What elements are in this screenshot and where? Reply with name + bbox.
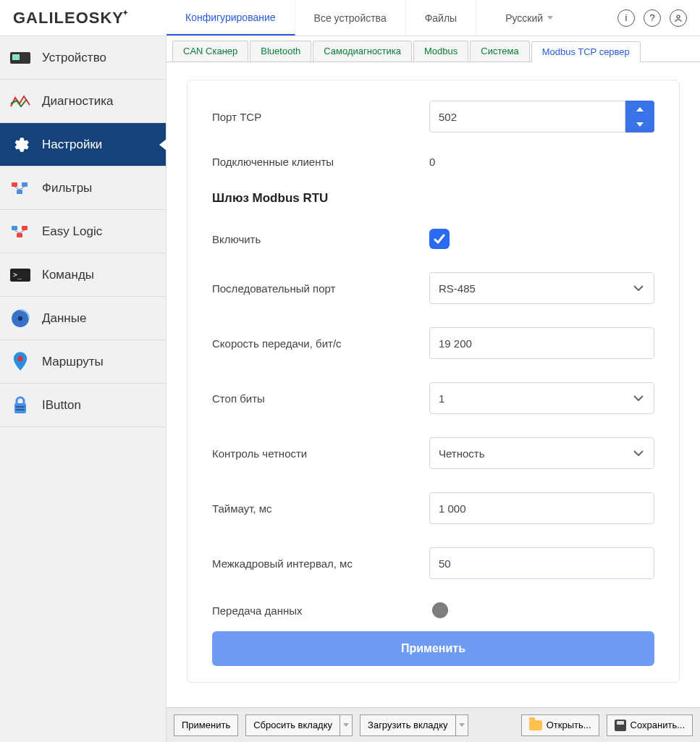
chevron-down-icon [547, 16, 553, 20]
svg-text:>_: >_ [13, 271, 22, 279]
svg-rect-2 [12, 54, 20, 60]
help-icon[interactable]: ? [644, 9, 661, 27]
language-selector[interactable]: Русский [505, 12, 553, 24]
timeout-label: Таймаут, мс [212, 502, 429, 515]
parity-label: Контроль четности [212, 447, 429, 460]
enable-checkbox[interactable] [429, 229, 450, 249]
baud-label: Скорость передачи, бит/с [212, 337, 429, 350]
sidebar-item-commands[interactable]: >_ Команды [0, 253, 166, 297]
sidebar-item-diagnostics[interactable]: Диагностика [0, 80, 166, 123]
interframe-label: Межкадровый интервал, мс [212, 557, 429, 570]
tab-files[interactable]: Файлы [406, 0, 476, 35]
sidebar-item-routes[interactable]: Маршруты [0, 340, 166, 384]
subtabs: CAN Сканер Bluetooth Самодиагностика Mod… [166, 36, 700, 62]
svg-rect-10 [17, 233, 22, 237]
subtab-system[interactable]: Система [470, 41, 529, 62]
open-button[interactable]: Открыть... [521, 714, 599, 736]
sidebar-item-ibutton[interactable]: IButton [0, 384, 166, 427]
tcp-port-input[interactable] [429, 101, 625, 132]
filters-icon [9, 178, 32, 198]
pin-icon [9, 352, 32, 372]
transmit-indicator [432, 602, 448, 618]
gateway-heading: Шлюз Modbus RTU [212, 191, 654, 206]
sidebar-item-easylogic[interactable]: Easy Logic [0, 210, 166, 253]
logo: GALILEOSKY✦ [0, 9, 166, 28]
subtab-bluetooth[interactable]: Bluetooth [250, 41, 311, 62]
svg-rect-3 [12, 182, 17, 187]
chevron-down-icon [459, 723, 465, 727]
svg-line-12 [20, 230, 25, 233]
svg-rect-9 [22, 226, 28, 230]
sidebar-item-filters[interactable]: Фильтры [0, 166, 166, 210]
svg-point-16 [18, 316, 23, 321]
folder-icon [529, 720, 542, 730]
chevron-down-icon [633, 450, 644, 456]
chevron-down-icon [633, 395, 644, 401]
subtab-selfdiag[interactable]: Самодиагностика [313, 41, 412, 62]
diagnostics-icon [9, 91, 32, 111]
top-tabs: Конфигурирование Все устройства Файлы [166, 0, 476, 35]
svg-point-0 [677, 15, 680, 18]
tcp-port-spinner[interactable] [625, 101, 654, 132]
load-tab-button[interactable]: Загрузить вкладку [360, 714, 455, 736]
spin-down-icon[interactable] [625, 117, 654, 132]
bottom-apply-button[interactable]: Применить [174, 714, 238, 736]
bottombar: Применить Сбросить вкладку Загрузить вкл… [166, 707, 700, 742]
gear-icon [9, 135, 32, 155]
sidebar-item-data[interactable]: Данные [0, 297, 166, 340]
parity-select[interactable]: Четность [429, 437, 654, 469]
svg-line-7 [20, 187, 25, 190]
subtab-modbus[interactable]: Modbus [413, 41, 468, 62]
lock-icon [9, 395, 32, 416]
save-button[interactable]: Сохранить... [607, 714, 693, 736]
serial-port-select[interactable]: RS-485 [429, 272, 654, 304]
chevron-down-icon [343, 723, 349, 727]
sidebar-item-device[interactable]: Устройство [0, 36, 166, 80]
settings-panel: Порт TCP Подключенны [187, 80, 680, 683]
svg-rect-19 [16, 406, 25, 408]
timeout-input[interactable] [429, 492, 654, 524]
user-icon[interactable] [670, 9, 687, 27]
clients-value: 0 [429, 156, 654, 168]
topbar: GALILEOSKY✦ Конфигурирование Все устройс… [0, 0, 700, 36]
svg-rect-8 [12, 226, 17, 230]
tab-all-devices[interactable]: Все устройства [295, 0, 406, 35]
content: CAN Сканер Bluetooth Самодиагностика Mod… [166, 36, 700, 742]
sidebar: Устройство Диагностика Настройки Фильтры… [0, 36, 166, 742]
svg-rect-5 [17, 190, 22, 194]
svg-rect-18 [14, 403, 26, 413]
check-icon [434, 234, 445, 244]
reset-tab-dropdown[interactable] [340, 714, 353, 736]
device-icon [9, 48, 32, 68]
tab-config[interactable]: Конфигурирование [166, 0, 295, 35]
serial-port-label: Последовательный порт [212, 282, 429, 295]
chevron-down-icon [633, 285, 644, 291]
easylogic-icon [9, 222, 32, 242]
terminal-icon: >_ [9, 265, 32, 285]
interframe-input[interactable] [429, 547, 654, 579]
svg-line-11 [14, 230, 20, 233]
disc-icon [9, 308, 32, 329]
svg-point-17 [17, 355, 22, 361]
sidebar-item-settings[interactable]: Настройки [0, 123, 166, 166]
clients-label: Подключенные клиенты [212, 156, 429, 168]
baud-input[interactable] [429, 327, 654, 359]
svg-rect-4 [22, 182, 28, 187]
load-tab-dropdown[interactable] [455, 714, 468, 736]
spin-up-icon[interactable] [625, 101, 654, 117]
info-icon[interactable]: i [617, 9, 635, 27]
enable-label: Включить [212, 233, 429, 245]
svg-line-6 [14, 187, 20, 190]
stopbits-label: Стоп биты [212, 392, 429, 405]
transmit-label: Передача данных [212, 604, 429, 617]
reset-tab-button[interactable]: Сбросить вкладку [245, 714, 340, 736]
subtab-modbus-tcp-server[interactable]: Modbus TCP сервер [531, 41, 641, 62]
subtab-can-scanner[interactable]: CAN Сканер [172, 41, 248, 62]
save-icon [615, 720, 626, 731]
apply-button[interactable]: Применить [212, 631, 654, 666]
svg-rect-20 [16, 409, 25, 410]
tcp-port-label: Порт TCP [212, 111, 429, 123]
stopbits-select[interactable]: 1 [429, 382, 654, 414]
